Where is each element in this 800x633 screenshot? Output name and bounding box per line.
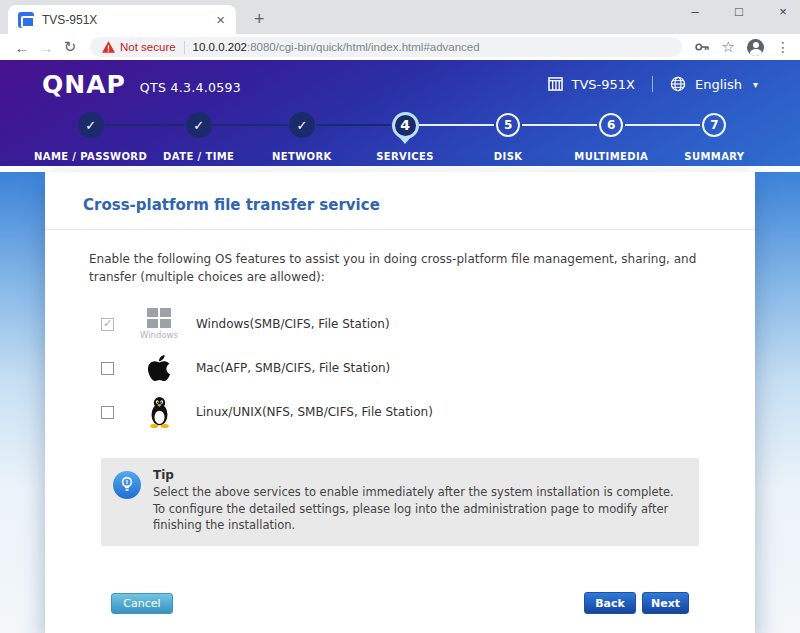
- wizard-step-services-active: 4 SERVICES: [353, 108, 456, 162]
- active-step-marker: 4: [392, 112, 419, 139]
- windows-checkbox[interactable]: [101, 318, 114, 331]
- services-card: Cross-platform file transfer service Ena…: [45, 172, 755, 633]
- url-host: 10.0.0.202: [193, 41, 247, 53]
- wizard-step-multimedia: 6 MULTIMEDIA: [560, 108, 663, 162]
- setup-wizard-steps: ✓ NAME / PASSWORD ✓ DATE / TIME ✓ NETWOR…: [0, 108, 800, 162]
- tip-box: Tip Select the above services to enable …: [101, 458, 699, 546]
- window-close-button[interactable]: ×: [776, 4, 790, 19]
- qts-version: QTS 4.3.4.0593: [140, 80, 241, 95]
- wizard-step-summary: 7 SUMMARY: [663, 108, 766, 162]
- bookmark-star-icon[interactable]: ☆: [722, 38, 735, 56]
- window-maximize-button[interactable]: □: [732, 4, 746, 19]
- nas-device-icon: [548, 77, 563, 91]
- step-complete-check-icon: ✓: [186, 112, 212, 138]
- linux-option-label: Linux/UNIX(NFS, SMB/CIFS, File Station): [196, 405, 433, 419]
- cancel-button[interactable]: Cancel: [111, 593, 173, 614]
- not-secure-label: Not secure: [120, 41, 176, 53]
- linux-checkbox[interactable]: [101, 406, 114, 419]
- lightbulb-icon: [113, 471, 141, 499]
- browser-tab-strip: TVS-951X × + – □ ×: [0, 0, 800, 34]
- new-tab-button[interactable]: +: [248, 9, 271, 34]
- page-title: Cross-platform file transfer service: [45, 172, 755, 229]
- step-complete-check-icon: ✓: [78, 112, 104, 138]
- windows-option-label: Windows(SMB/CIFS, File Station): [196, 317, 390, 331]
- profile-avatar[interactable]: [747, 39, 764, 56]
- tip-text: Select the above services to enable imme…: [153, 484, 683, 534]
- forward-button: →: [34, 39, 58, 56]
- next-step-button[interactable]: Next: [642, 592, 689, 614]
- wizard-step-disk: 5 DISK: [457, 108, 560, 162]
- windows-caption: Windows: [140, 330, 178, 340]
- tab-close-icon[interactable]: ×: [213, 11, 228, 28]
- omnibox-divider: [184, 41, 185, 54]
- page-background: Cross-platform file transfer service Ena…: [0, 172, 800, 633]
- os-option-windows: Windows Windows(SMB/CIFS, File Station): [101, 304, 715, 344]
- tab-title: TVS-951X: [42, 13, 213, 27]
- step-complete-check-icon: ✓: [289, 112, 315, 138]
- chevron-down-icon[interactable]: ▾: [753, 79, 758, 90]
- password-key-icon[interactable]: [694, 39, 710, 55]
- address-bar[interactable]: Not secure 10.0.0.202 :8080/cgi-bin/quic…: [90, 37, 682, 57]
- os-option-linux: Linux/UNIX(NFS, SMB/CIFS, File Station): [101, 392, 715, 432]
- os-option-mac: Mac(AFP, SMB/CIFS, File Station): [101, 348, 715, 388]
- header-divider: [652, 76, 653, 92]
- browser-toolbar: ← → ↻ Not secure 10.0.0.202 :8080/cgi-bi…: [0, 34, 800, 60]
- wizard-step-date-time: ✓ DATE / TIME: [147, 108, 250, 162]
- back-button[interactable]: ←: [10, 39, 34, 56]
- browser-menu-icon[interactable]: ⋮: [776, 39, 790, 55]
- wizard-step-name-password: ✓ NAME / PASSWORD: [34, 108, 147, 162]
- url-path: :8080/cgi-bin/quick/html/index.html#adva…: [247, 41, 480, 53]
- reload-button[interactable]: ↻: [58, 38, 82, 56]
- browser-tab[interactable]: TVS-951X ×: [8, 5, 236, 34]
- qnap-hero-banner: QNAP QTS 4.3.4.0593 TVS-951X English ▾: [0, 60, 800, 166]
- windows-logo-icon: [147, 308, 171, 328]
- device-name: TVS-951X: [572, 77, 636, 92]
- mac-checkbox[interactable]: [101, 362, 114, 375]
- os-options-list: Windows Windows(SMB/CIFS, File Station) …: [101, 304, 715, 432]
- language-selector[interactable]: English: [695, 77, 742, 92]
- mac-option-label: Mac(AFP, SMB/CIFS, File Station): [196, 361, 390, 375]
- qnap-logo: QNAP: [42, 70, 126, 99]
- services-description: Enable the following OS features to assi…: [89, 250, 715, 286]
- back-step-button[interactable]: Back: [584, 592, 636, 614]
- not-secure-warning-icon: [102, 41, 115, 53]
- apple-logo-icon: [146, 353, 172, 383]
- tip-title: Tip: [153, 468, 683, 482]
- linux-tux-icon: [146, 396, 173, 428]
- globe-icon: [670, 76, 686, 92]
- qnap-favicon-icon: [18, 12, 34, 28]
- wizard-step-network: ✓ NETWORK: [250, 108, 353, 162]
- window-minimize-button[interactable]: –: [688, 4, 702, 19]
